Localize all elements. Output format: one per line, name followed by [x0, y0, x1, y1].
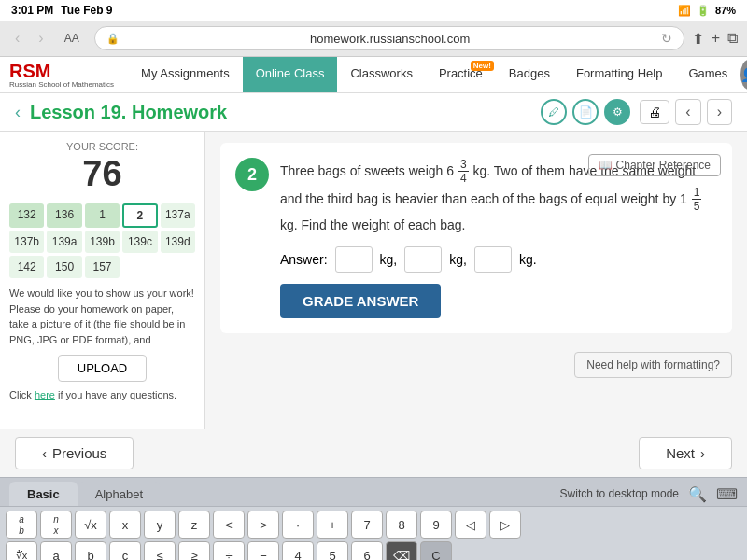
key-x[interactable]: x — [109, 511, 141, 539]
key-z[interactable]: z — [178, 511, 210, 539]
key-divide[interactable]: ÷ — [213, 541, 245, 560]
key-backspace[interactable]: ⌫ — [386, 541, 417, 560]
problem-cell-139c[interactable]: 139c — [122, 231, 157, 253]
refresh-icon[interactable]: ↻ — [661, 31, 672, 46]
grade-answer-button[interactable]: GRADE ANSWER — [280, 284, 441, 318]
key-6[interactable]: 6 — [351, 541, 383, 560]
problem-cell-137b[interactable]: 137b — [9, 231, 44, 253]
tab-formatting-help[interactable]: Formatting Help — [563, 57, 675, 92]
logo-text: RSM — [9, 62, 114, 80]
help-link[interactable]: here — [35, 389, 55, 400]
keyboard-layout-button[interactable]: ⌨ — [716, 485, 738, 503]
status-day: Tue Feb 9 — [61, 4, 112, 17]
answer-input-2[interactable] — [404, 246, 442, 273]
tab-badges[interactable]: Badges — [496, 57, 563, 92]
lesson-icon-buttons: 🖊 📄 ⚙ — [541, 99, 630, 125]
key-b[interactable]: b — [75, 541, 106, 560]
url-bar[interactable]: 🔒 homework.russianschool.com ↻ — [94, 26, 684, 50]
main-content: YOUR SCORE: 76 132 136 1 2 137a 137b 139… — [0, 132, 747, 429]
key-9[interactable]: 9 — [420, 511, 452, 539]
problem-cell-139a[interactable]: 139a — [47, 231, 81, 253]
lesson-icon-2[interactable]: 📄 — [572, 99, 599, 125]
logo-subtext: Russian School of Mathematics — [9, 80, 114, 89]
problem-cell-139b[interactable]: 139b — [85, 231, 120, 253]
lesson-prev-button[interactable]: ‹ — [675, 99, 700, 125]
kb-tab-basic[interactable]: Basic — [9, 482, 78, 506]
keyboard-search-button[interactable]: 🔍 — [688, 485, 707, 503]
answer-input-3[interactable] — [474, 246, 512, 273]
problem-cell-1[interactable]: 1 — [85, 203, 120, 228]
reader-mode-button[interactable]: AA — [57, 30, 87, 47]
score-value: 76 — [9, 154, 195, 194]
key-nthroot[interactable]: ∜x — [6, 541, 37, 560]
key-plus[interactable]: + — [317, 511, 348, 539]
key-5[interactable]: 5 — [317, 541, 348, 560]
question-text-end: kg. Find the weight of each bag. — [280, 217, 465, 232]
question-container: 2 Three bags of sweets weigh 6 3 4 kg. T… — [220, 143, 732, 333]
key-dot[interactable]: · — [282, 511, 314, 539]
forward-button[interactable]: › — [33, 28, 49, 49]
left-panel: YOUR SCORE: 76 132 136 1 2 137a 137b 139… — [0, 132, 205, 429]
problem-cell-139d[interactable]: 139d — [161, 231, 195, 253]
keyboard-rows: ab nx √x x y z < > · + 7 8 9 ◁ ▷ ∜x a b … — [0, 507, 747, 560]
key-8[interactable]: 8 — [386, 511, 417, 539]
lesson-icon-1[interactable]: 🖊 — [541, 99, 567, 125]
problem-cell-142[interactable]: 142 — [9, 256, 44, 278]
desktop-mode-button[interactable]: Switch to desktop mode — [560, 487, 679, 500]
lesson-back-button[interactable]: ‹ — [15, 103, 21, 122]
next-button[interactable]: Next › — [639, 437, 732, 469]
lesson-title: Lesson 19. Homework — [30, 102, 531, 123]
key-leq[interactable]: ≤ — [144, 541, 176, 560]
problem-cell-132[interactable]: 132 — [9, 203, 44, 228]
problem-cell-157[interactable]: 157 — [85, 256, 120, 278]
fraction-2: 1 5 — [692, 186, 702, 214]
answer-unit-3: kg. — [519, 252, 537, 267]
answer-row: Answer: kg, kg, kg. — [280, 246, 717, 273]
lesson-actions: 🖨 ‹ › — [640, 99, 732, 125]
key-less-than[interactable]: < — [213, 511, 245, 539]
upload-button[interactable]: UPLOAD — [58, 355, 147, 382]
key-c[interactable]: c — [109, 541, 141, 560]
tab-online-class[interactable]: Online Class — [243, 57, 338, 92]
previous-button[interactable]: ‹ Previous — [15, 437, 134, 469]
upload-text: We would like you to show us your work!P… — [9, 286, 195, 347]
answer-unit-1: kg, — [380, 252, 398, 267]
key-minus[interactable]: − — [247, 541, 279, 560]
avatar[interactable]: 👤 — [740, 60, 747, 90]
key-y[interactable]: y — [144, 511, 176, 539]
key-4[interactable]: 4 — [282, 541, 314, 560]
lesson-icon-3[interactable]: ⚙ — [604, 99, 630, 125]
tabs-button[interactable]: ⧉ — [727, 30, 738, 47]
share-button[interactable]: ⬆ — [692, 30, 704, 48]
tab-classworks[interactable]: Classworks — [337, 57, 425, 92]
key-a[interactable]: a — [40, 541, 72, 560]
print-button[interactable]: 🖨 — [640, 100, 669, 124]
key-greater-than[interactable]: > — [247, 511, 279, 539]
key-left-arrow[interactable]: ◁ — [455, 511, 486, 539]
lesson-next-button[interactable]: › — [707, 99, 732, 125]
site-header: RSM Russian School of Mathematics My Ass… — [0, 57, 747, 93]
answer-input-1[interactable] — [335, 246, 373, 273]
tab-practice[interactable]: Practice New! — [426, 57, 496, 92]
back-button[interactable]: ‹ — [9, 28, 25, 49]
key-clear[interactable]: C — [420, 541, 452, 560]
key-7[interactable]: 7 — [351, 511, 383, 539]
key-sqrt[interactable]: √x — [75, 511, 106, 539]
key-right-arrow[interactable]: ▷ — [489, 511, 521, 539]
kb-tab-alphabet[interactable]: Alphabet — [78, 482, 161, 506]
tab-games[interactable]: Games — [675, 57, 740, 92]
battery-icon: 🔋 — [697, 5, 710, 17]
problem-cell-150[interactable]: 150 — [47, 256, 81, 278]
key-geq[interactable]: ≥ — [178, 541, 210, 560]
problem-cell-137a[interactable]: 137a — [161, 203, 195, 228]
tab-my-assignments[interactable]: My Assignments — [128, 57, 243, 92]
chapter-reference-button[interactable]: 📖 Chapter Reference — [588, 154, 721, 176]
problem-cell-2[interactable]: 2 — [122, 203, 157, 228]
key-power[interactable]: nx — [40, 511, 72, 539]
keyboard-tabs: Basic Alphabet Switch to desktop mode 🔍 … — [0, 478, 747, 507]
key-fraction[interactable]: ab — [6, 511, 37, 539]
problem-cell-136[interactable]: 136 — [47, 203, 81, 228]
formatting-help-button[interactable]: Need help with formatting? — [574, 352, 732, 378]
add-tab-button[interactable]: + — [712, 30, 720, 47]
nav-row: ‹ Previous Next › — [0, 429, 747, 477]
